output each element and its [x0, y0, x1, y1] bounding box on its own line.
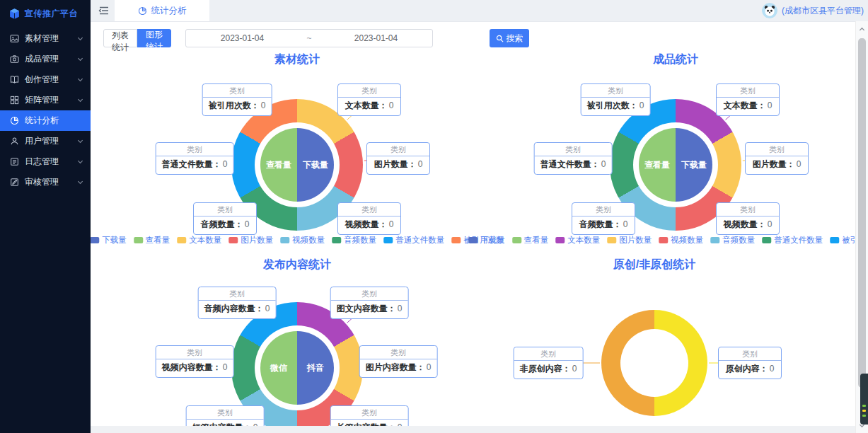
chart-product-stats: 成品统计查看量下载量类别文本数量：0类别图片数量：0类别视频数量：0类别音频数量… — [474, 50, 856, 255]
legend-item[interactable]: 视频数量 — [659, 235, 703, 246]
sidebar-item-0[interactable]: 素材管理 — [0, 28, 91, 49]
legend-label: 文本数量 — [189, 235, 221, 246]
legend-item[interactable]: 查看量 — [134, 235, 170, 246]
callout-box: 类别图片内容数量：0 — [359, 345, 438, 378]
legend-swatch — [177, 237, 186, 243]
callout-box: 类别音频数量：0 — [572, 202, 635, 235]
date-range-picker[interactable]: 2023-01-04 ~ 2023-01-04 — [185, 29, 433, 47]
chart-legend: 下载量查看量文本数量图片数量视频数量音频数量普通文件数量被引用次数 — [91, 235, 504, 246]
sidebar: 宣传推广平台 素材管理成品管理创作管理矩阵管理统计分析用户管理日志管理审核管理 — [0, 0, 91, 433]
collapse-sidebar-icon[interactable] — [98, 5, 110, 16]
callout-category-header: 类别 — [187, 406, 264, 420]
sidebar-item-3[interactable]: 矩阵管理 — [0, 90, 91, 110]
callout-category-header: 类别 — [203, 84, 272, 98]
callout-box: 类别非原创内容：0 — [514, 347, 584, 379]
legend-item[interactable]: 被引用次数 — [830, 235, 856, 246]
chevron-down-icon — [77, 179, 83, 185]
legend-item[interactable]: 音频数量 — [710, 235, 755, 246]
sidebar-item-4[interactable]: 统计分析 — [0, 110, 91, 131]
legend-swatch — [134, 237, 143, 243]
chevron-down-icon — [77, 56, 83, 62]
legend-swatch — [91, 237, 99, 243]
callout-category-header: 类别 — [717, 203, 779, 216]
chart-published-content-stats: 发布内容统计微信抖音类别图文内容数量：0类别图片内容数量：0类别长篇内容数量：0… — [91, 255, 474, 426]
legend-label: 文本数量 — [567, 235, 600, 246]
chart-material-stats: 素材统计查看量下载量类别文本数量：0类别图片数量：0类别视频数量：0类别音频数量… — [91, 50, 474, 255]
callout-box: 类别被引用次数：0 — [581, 83, 651, 116]
sidebar-item-5[interactable]: 用户管理 — [0, 131, 91, 151]
callout-value: 普通文件数量：0 — [156, 156, 233, 174]
chart-original-stats: 原创/非原创统计类别原创内容：0类别非原创内容：0 — [474, 255, 856, 426]
chevron-down-icon — [77, 76, 83, 83]
legend-item[interactable]: 查看量 — [512, 235, 549, 246]
legend-swatch — [383, 237, 393, 243]
vertical-scrollbar[interactable] — [855, 21, 868, 433]
sidebar-item-label: 创作管理 — [25, 74, 59, 86]
app-logo: 宣传推广平台 — [0, 0, 91, 28]
chart-stats-button[interactable]: 图形统计 — [137, 29, 171, 47]
chevron-down-icon — [77, 35, 83, 42]
legend-label: 查看量 — [146, 235, 170, 246]
callout-box: 类别文本数量：0 — [337, 83, 401, 116]
legend-swatch — [830, 237, 839, 243]
legend-item[interactable]: 文本数量 — [555, 235, 600, 246]
user-avatar[interactable] — [762, 3, 777, 18]
floating-widget[interactable] — [860, 374, 868, 425]
legend-item[interactable]: 视频数量 — [280, 235, 325, 246]
search-button[interactable]: 搜索 — [490, 29, 529, 47]
inner-pie-label: 查看量 — [266, 159, 291, 171]
sidebar-item-6[interactable]: 日志管理 — [0, 151, 91, 172]
callout-category-header: 类别 — [156, 346, 233, 359]
legend-label: 音频数量 — [344, 235, 376, 246]
callout-value: 短篇内容数量：0 — [187, 420, 264, 426]
legend-item[interactable]: 普通文件数量 — [762, 235, 823, 246]
legend-item[interactable]: 音频数量 — [332, 235, 376, 246]
sidebar-item-7[interactable]: 审核管理 — [0, 172, 91, 192]
callout-category-header: 类别 — [572, 203, 635, 216]
start-date[interactable]: 2023-01-04 — [186, 33, 299, 43]
end-date[interactable]: 2023-01-04 — [320, 33, 432, 43]
legend-item[interactable]: 文本数量 — [177, 235, 221, 246]
inner-pie-label: 微信 — [270, 362, 287, 374]
callout-box: 类别长篇内容数量：0 — [330, 405, 409, 426]
filter-bar: 列表统计 图形统计 2023-01-04 ~ 2023-01-04 搜索 — [103, 29, 171, 47]
inner-pie-label: 抖音 — [307, 362, 324, 374]
callout-box: 类别视频数量：0 — [337, 202, 401, 235]
legend-item[interactable]: 下载量 — [468, 235, 505, 246]
user-icon — [10, 137, 19, 146]
callout-value: 被引用次数：0 — [203, 98, 272, 115]
callout-box: 类别视频内容数量：0 — [156, 345, 234, 378]
callout-value: 被引用次数：0 — [581, 98, 650, 115]
tab-label: 统计分析 — [151, 5, 187, 17]
callout-category-header: 类别 — [338, 203, 400, 216]
legend-item[interactable]: 下载量 — [91, 235, 127, 246]
callout-category-header: 类别 — [717, 84, 779, 98]
callout-value: 视频数量：0 — [717, 216, 779, 234]
list-stats-button[interactable]: 列表统计 — [103, 29, 137, 47]
legend-label: 视频数量 — [671, 235, 703, 246]
callout-box: 类别视频数量：0 — [716, 202, 780, 235]
callout-category-header: 类别 — [331, 406, 408, 420]
search-icon — [496, 35, 504, 42]
legend-item[interactable]: 普通文件数量 — [383, 235, 444, 246]
callout-value: 非原创内容：0 — [514, 361, 583, 379]
sidebar-item-label: 素材管理 — [25, 33, 59, 45]
callout-value: 视频内容数量：0 — [156, 359, 233, 377]
sidebar-item-1[interactable]: 成品管理 — [0, 49, 91, 69]
legend-swatch — [332, 237, 341, 243]
scrollbar-thumb[interactable] — [858, 38, 866, 388]
sidebar-item-2[interactable]: 创作管理 — [0, 69, 91, 90]
legend-item[interactable]: 图片数量 — [607, 235, 652, 246]
callout-box: 类别原创内容：0 — [718, 347, 782, 379]
content-area: 列表统计 图形统计 2023-01-04 ~ 2023-01-04 搜索 素材统… — [91, 21, 856, 433]
callout-category-header: 类别 — [360, 346, 437, 359]
sidebar-item-label: 成品管理 — [25, 53, 59, 65]
legend-item[interactable]: 图片数量 — [228, 235, 273, 246]
book-icon — [10, 75, 19, 84]
legend-label: 查看量 — [524, 235, 549, 246]
callout-category-header: 类别 — [535, 143, 612, 156]
tab-statistics[interactable]: 统计分析 — [115, 0, 209, 21]
legend-swatch — [659, 237, 668, 243]
scroll-up-icon[interactable] — [856, 24, 868, 34]
callout-value: 图文内容数量：0 — [331, 301, 408, 318]
